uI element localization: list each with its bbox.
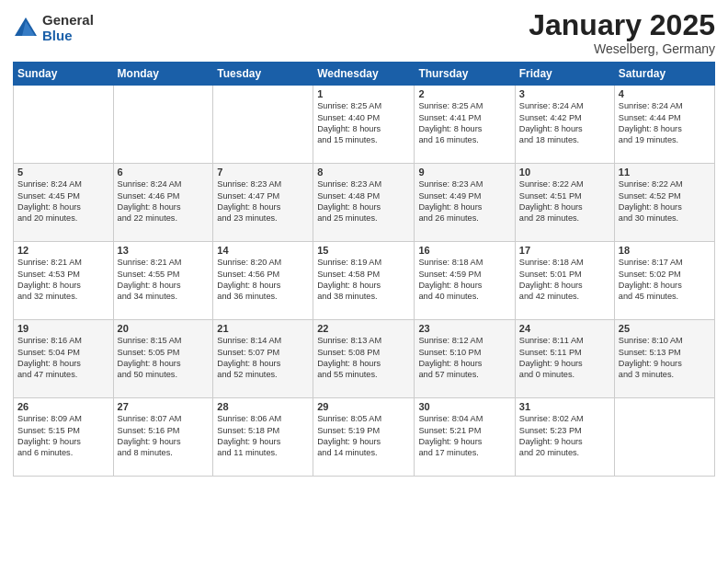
cell-day-number: 7	[217, 167, 309, 178]
table-row: 17Sunrise: 8:18 AM Sunset: 5:01 PM Dayli…	[515, 242, 614, 320]
table-row: 6Sunrise: 8:24 AM Sunset: 4:46 PM Daylig…	[113, 164, 213, 242]
logo-text: General Blue	[42, 13, 94, 43]
logo-general-text: General	[42, 13, 94, 29]
calendar-week-row: 26Sunrise: 8:09 AM Sunset: 5:15 PM Dayli…	[14, 398, 715, 477]
cell-info: Sunrise: 8:14 AM Sunset: 5:07 PM Dayligh…	[217, 335, 309, 381]
col-tuesday: Tuesday	[213, 63, 313, 86]
cell-info: Sunrise: 8:16 AM Sunset: 5:04 PM Dayligh…	[17, 335, 109, 381]
calendar-table: Sunday Monday Tuesday Wednesday Thursday…	[13, 62, 715, 477]
table-row: 29Sunrise: 8:05 AM Sunset: 5:19 PM Dayli…	[313, 398, 415, 477]
cell-info: Sunrise: 8:25 AM Sunset: 4:41 PM Dayligh…	[418, 100, 510, 146]
table-row: 21Sunrise: 8:14 AM Sunset: 5:07 PM Dayli…	[213, 320, 313, 398]
table-row: 15Sunrise: 8:19 AM Sunset: 4:58 PM Dayli…	[313, 242, 415, 320]
table-row: 24Sunrise: 8:11 AM Sunset: 5:11 PM Dayli…	[515, 320, 614, 398]
header: General Blue January 2025 Weselberg, Ger…	[13, 9, 715, 56]
table-row: 19Sunrise: 8:16 AM Sunset: 5:04 PM Dayli…	[14, 320, 114, 398]
cell-day-number: 18	[619, 245, 711, 256]
table-row: 2Sunrise: 8:25 AM Sunset: 4:41 PM Daylig…	[415, 86, 515, 164]
cell-day-number: 9	[418, 167, 510, 178]
cell-info: Sunrise: 8:09 AM Sunset: 5:15 PM Dayligh…	[17, 413, 109, 459]
cell-info: Sunrise: 8:24 AM Sunset: 4:44 PM Dayligh…	[619, 100, 711, 146]
table-row: 7Sunrise: 8:23 AM Sunset: 4:47 PM Daylig…	[213, 164, 313, 242]
table-row: 28Sunrise: 8:06 AM Sunset: 5:18 PM Dayli…	[213, 398, 313, 477]
cell-day-number: 19	[17, 323, 109, 334]
table-row: 1Sunrise: 8:25 AM Sunset: 4:40 PM Daylig…	[313, 86, 415, 164]
calendar-header-row: Sunday Monday Tuesday Wednesday Thursday…	[14, 63, 715, 86]
table-row: 26Sunrise: 8:09 AM Sunset: 5:15 PM Dayli…	[14, 398, 114, 477]
table-row: 25Sunrise: 8:10 AM Sunset: 5:13 PM Dayli…	[614, 320, 714, 398]
table-row: 3Sunrise: 8:24 AM Sunset: 4:42 PM Daylig…	[515, 86, 614, 164]
table-row: 9Sunrise: 8:23 AM Sunset: 4:49 PM Daylig…	[415, 164, 515, 242]
cell-day-number: 27	[118, 401, 210, 412]
calendar-week-row: 1Sunrise: 8:25 AM Sunset: 4:40 PM Daylig…	[14, 86, 715, 164]
cell-info: Sunrise: 8:24 AM Sunset: 4:42 PM Dayligh…	[519, 100, 610, 146]
col-saturday: Saturday	[614, 63, 714, 86]
cell-info: Sunrise: 8:18 AM Sunset: 5:01 PM Dayligh…	[519, 257, 610, 303]
table-row: 5Sunrise: 8:24 AM Sunset: 4:45 PM Daylig…	[14, 164, 114, 242]
location: Weselberg, Germany	[529, 41, 715, 56]
cell-day-number: 24	[519, 323, 610, 334]
col-thursday: Thursday	[415, 63, 515, 86]
cell-day-number: 3	[519, 88, 610, 99]
cell-day-number: 2	[418, 88, 510, 99]
cell-day-number: 26	[17, 401, 109, 412]
cell-day-number: 13	[118, 245, 210, 256]
cell-info: Sunrise: 8:22 AM Sunset: 4:52 PM Dayligh…	[619, 178, 711, 224]
cell-day-number: 23	[418, 323, 510, 334]
cell-info: Sunrise: 8:02 AM Sunset: 5:23 PM Dayligh…	[519, 413, 610, 459]
cell-info: Sunrise: 8:25 AM Sunset: 4:40 PM Dayligh…	[317, 100, 410, 146]
cell-day-number: 11	[619, 167, 711, 178]
cell-info: Sunrise: 8:24 AM Sunset: 4:46 PM Dayligh…	[118, 178, 210, 224]
title-block: January 2025 Weselberg, Germany	[529, 9, 715, 56]
page: General Blue January 2025 Weselberg, Ger…	[0, 0, 728, 563]
cell-day-number: 10	[519, 167, 610, 178]
table-row: 22Sunrise: 8:13 AM Sunset: 5:08 PM Dayli…	[313, 320, 415, 398]
cell-info: Sunrise: 8:17 AM Sunset: 5:02 PM Dayligh…	[619, 257, 711, 303]
cell-day-number: 29	[317, 401, 410, 412]
table-row: 10Sunrise: 8:22 AM Sunset: 4:51 PM Dayli…	[515, 164, 614, 242]
cell-day-number: 15	[317, 245, 410, 256]
cell-day-number: 17	[519, 245, 610, 256]
table-row: 16Sunrise: 8:18 AM Sunset: 4:59 PM Dayli…	[415, 242, 515, 320]
cell-day-number: 6	[118, 167, 210, 178]
cell-day-number: 4	[619, 88, 711, 99]
cell-info: Sunrise: 8:24 AM Sunset: 4:45 PM Dayligh…	[17, 178, 109, 224]
table-row: 18Sunrise: 8:17 AM Sunset: 5:02 PM Dayli…	[614, 242, 714, 320]
table-row: 14Sunrise: 8:20 AM Sunset: 4:56 PM Dayli…	[213, 242, 313, 320]
cell-day-number: 16	[418, 245, 510, 256]
cell-day-number: 30	[418, 401, 510, 412]
cell-info: Sunrise: 8:21 AM Sunset: 4:55 PM Dayligh…	[118, 257, 210, 303]
table-row: 4Sunrise: 8:24 AM Sunset: 4:44 PM Daylig…	[614, 86, 714, 164]
cell-info: Sunrise: 8:15 AM Sunset: 5:05 PM Dayligh…	[118, 335, 210, 381]
cell-info: Sunrise: 8:19 AM Sunset: 4:58 PM Dayligh…	[317, 257, 410, 303]
table-row: 31Sunrise: 8:02 AM Sunset: 5:23 PM Dayli…	[515, 398, 614, 477]
cell-day-number: 21	[217, 323, 309, 334]
table-row: 8Sunrise: 8:23 AM Sunset: 4:48 PM Daylig…	[313, 164, 415, 242]
col-monday: Monday	[113, 63, 213, 86]
table-row: 27Sunrise: 8:07 AM Sunset: 5:16 PM Dayli…	[113, 398, 213, 477]
cell-info: Sunrise: 8:23 AM Sunset: 4:49 PM Dayligh…	[418, 178, 510, 224]
table-row	[213, 86, 313, 164]
cell-day-number: 14	[217, 245, 309, 256]
table-row: 13Sunrise: 8:21 AM Sunset: 4:55 PM Dayli…	[113, 242, 213, 320]
calendar-week-row: 19Sunrise: 8:16 AM Sunset: 5:04 PM Dayli…	[14, 320, 715, 398]
table-row	[113, 86, 213, 164]
cell-day-number: 28	[217, 401, 309, 412]
cell-info: Sunrise: 8:04 AM Sunset: 5:21 PM Dayligh…	[418, 413, 510, 459]
cell-info: Sunrise: 8:23 AM Sunset: 4:48 PM Dayligh…	[317, 178, 410, 224]
table-row: 20Sunrise: 8:15 AM Sunset: 5:05 PM Dayli…	[113, 320, 213, 398]
cell-info: Sunrise: 8:07 AM Sunset: 5:16 PM Dayligh…	[118, 413, 210, 459]
table-row: 12Sunrise: 8:21 AM Sunset: 4:53 PM Dayli…	[14, 242, 114, 320]
cell-info: Sunrise: 8:05 AM Sunset: 5:19 PM Dayligh…	[317, 413, 410, 459]
calendar-week-row: 12Sunrise: 8:21 AM Sunset: 4:53 PM Dayli…	[14, 242, 715, 320]
cell-day-number: 12	[17, 245, 109, 256]
cell-day-number: 5	[17, 167, 109, 178]
cell-info: Sunrise: 8:10 AM Sunset: 5:13 PM Dayligh…	[619, 335, 711, 381]
col-wednesday: Wednesday	[313, 63, 415, 86]
cell-day-number: 20	[118, 323, 210, 334]
cell-day-number: 1	[317, 88, 410, 99]
cell-info: Sunrise: 8:12 AM Sunset: 5:10 PM Dayligh…	[418, 335, 510, 381]
table-row: 11Sunrise: 8:22 AM Sunset: 4:52 PM Dayli…	[614, 164, 714, 242]
table-row: 30Sunrise: 8:04 AM Sunset: 5:21 PM Dayli…	[415, 398, 515, 477]
table-row	[14, 86, 114, 164]
